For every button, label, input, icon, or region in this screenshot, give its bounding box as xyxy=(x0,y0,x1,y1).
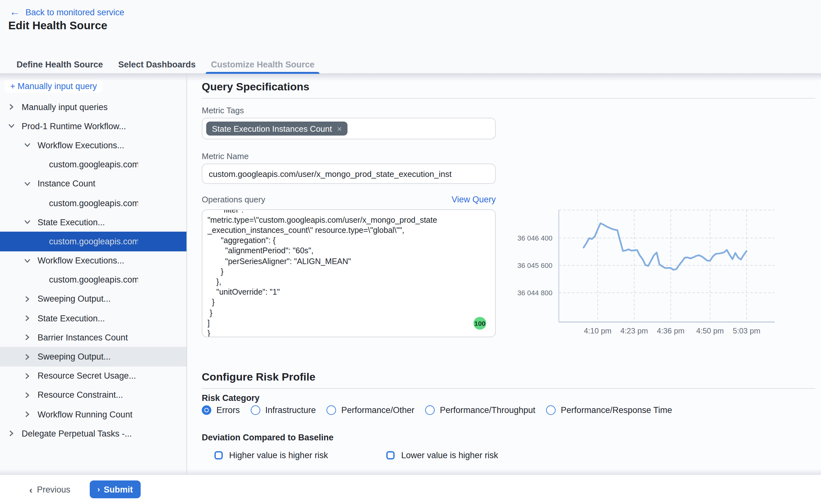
risk-category-option-label: Performance/Response Time xyxy=(561,405,672,415)
main-panel: Query Specifications Metric Tags State E… xyxy=(187,74,821,475)
chevron-right-icon xyxy=(24,353,31,360)
remove-tag-icon[interactable]: × xyxy=(337,124,342,133)
tree-item[interactable]: Resource Secret Usage... xyxy=(0,366,186,385)
tree-item-label: Manually input queries xyxy=(22,102,108,112)
operations-query-label: Operations query xyxy=(202,195,265,204)
svg-text:4:50 pm: 4:50 pm xyxy=(696,326,724,335)
add-query-label: + Manually input query xyxy=(10,81,97,91)
stage: ← Back to monitored service Edit Health … xyxy=(0,0,821,504)
chevron-right-icon xyxy=(24,392,31,398)
metric-tree: Manually input queriesProd-1 Runtime Wor… xyxy=(0,97,186,443)
metric-tag-chip[interactable]: State Execution Instances Count × xyxy=(206,122,347,136)
tree-item[interactable]: State Execution... xyxy=(0,309,186,328)
section-title-risk-profile: Configure Risk Profile xyxy=(202,371,315,384)
chevron-left-icon: ‹ xyxy=(29,484,32,495)
risk-category-option-performance-other[interactable]: Performance/Other xyxy=(327,405,415,415)
deviation-option-lower-value-is-higher-risk[interactable]: Lower value is higher risk xyxy=(387,451,498,460)
tree-item-label: Prod-1 Runtime Workflow... xyxy=(22,122,126,131)
view-query-link[interactable]: View Query xyxy=(452,195,496,204)
tree-item-label: custom.googleapis.com xyxy=(49,237,138,246)
submit-button-label: Submit xyxy=(104,485,133,494)
section-title-query-specifications: Query Specifications xyxy=(202,81,309,94)
svg-text:4:23 pm: 4:23 pm xyxy=(621,326,648,335)
radio-unselected-icon[interactable] xyxy=(425,405,435,415)
tree-item-label: custom.googleapis.com xyxy=(49,198,138,208)
risk-category-option-label: Infrastructure xyxy=(265,405,316,415)
tree-item-label: Delegate Perpetual Tasks -... xyxy=(22,429,132,438)
chevron-down-icon xyxy=(24,257,31,264)
tree-item[interactable]: Prod-1 Runtime Workflow... xyxy=(0,116,186,136)
tree-item[interactable]: Resource Constraint... xyxy=(0,386,186,405)
tree-item[interactable]: Instance Count xyxy=(0,174,186,193)
radio-unselected-icon[interactable] xyxy=(251,405,260,415)
tree-item[interactable]: Delegate Perpetual Tasks -... xyxy=(0,424,186,443)
radio-unselected-icon[interactable] xyxy=(327,405,336,415)
tab-define-health-source[interactable]: Define Health Source xyxy=(15,56,104,73)
operations-query-editor[interactable]: "filter": "metric.type=\"custom.googleap… xyxy=(202,209,496,337)
tree-item-label: Sweeping Output... xyxy=(38,352,111,361)
deviation-options-group: Higher value is higher riskLower value i… xyxy=(214,451,498,460)
operations-query-row: Operations query View Query xyxy=(202,195,496,204)
edit-health-source-screen: ← Back to monitored service Edit Health … xyxy=(0,0,821,504)
chevron-right-icon xyxy=(24,315,31,321)
section-divider xyxy=(202,98,815,99)
metric-tags-input[interactable]: State Execution Instances Count × xyxy=(202,118,496,139)
chevron-down-icon xyxy=(24,181,31,187)
chevron-right-icon xyxy=(24,296,31,302)
risk-category-option-label: Errors xyxy=(216,405,240,415)
submit-button[interactable]: › Submit xyxy=(90,480,141,498)
svg-text:5:03 pm: 5:03 pm xyxy=(733,326,761,335)
risk-category-option-errors[interactable]: Errors xyxy=(202,405,240,415)
checkbox-icon[interactable] xyxy=(214,451,223,459)
svg-text:36 044 800: 36 044 800 xyxy=(517,289,552,297)
checkbox-icon[interactable] xyxy=(387,451,395,459)
tree-item[interactable]: Workflow Running Count xyxy=(0,405,186,424)
radio-unselected-icon[interactable] xyxy=(546,405,556,415)
tree-item[interactable]: custom.googleapis.com xyxy=(0,155,186,174)
previous-button-label: Previous xyxy=(37,485,70,494)
svg-text:36 045 600: 36 045 600 xyxy=(517,262,552,269)
tree-item-label: Resource Secret Usage... xyxy=(38,371,136,381)
chevron-right-icon xyxy=(24,411,31,417)
tree-item[interactable]: Sweeping Output... xyxy=(0,347,186,366)
chevron-right-icon xyxy=(8,104,15,110)
tree-item-label: Resource Constraint... xyxy=(38,390,123,400)
tree-item-label: Barrier Instances Count xyxy=(38,333,128,342)
sidebar: + Manually input query Manually input qu… xyxy=(0,74,186,475)
deviation-label: Deviation Compared to Baseline xyxy=(202,433,333,442)
previous-button[interactable]: ‹ Previous xyxy=(29,475,70,504)
tree-item-label: State Execution... xyxy=(38,217,105,227)
tab-customize-health-source[interactable]: Customize Health Source xyxy=(210,56,316,73)
chevron-right-icon xyxy=(8,431,15,437)
chevron-down-icon xyxy=(8,123,15,129)
metric-name-label: Metric Name xyxy=(202,151,249,161)
tree-item[interactable]: custom.googleapis.com xyxy=(0,232,186,251)
tree-item[interactable]: Barrier Instances Count xyxy=(0,328,186,347)
risk-category-option-infrastructure[interactable]: Infrastructure xyxy=(251,405,316,415)
tree-item[interactable]: custom.googleapis.com xyxy=(0,193,186,213)
svg-text:36 046 400: 36 046 400 xyxy=(517,234,552,242)
tree-item-label: Sweeping Output... xyxy=(38,294,111,304)
tree-item-label: Workflow Executions... xyxy=(38,256,124,265)
tree-item-label: Workflow Executions... xyxy=(38,141,124,150)
tree-item[interactable]: Sweeping Output... xyxy=(0,290,186,309)
tree-item[interactable]: custom.googleapis.com xyxy=(0,270,186,289)
risk-category-option-performance-throughput[interactable]: Performance/Throughput xyxy=(425,405,535,415)
risk-category-group: ErrorsInfrastructurePerformance/OtherPer… xyxy=(202,405,672,415)
radio-selected-icon[interactable] xyxy=(202,405,211,415)
tree-item[interactable]: State Execution... xyxy=(0,213,186,232)
deviation-option-label: Higher value is higher risk xyxy=(229,451,328,460)
records-count-badge: 100 xyxy=(474,317,486,330)
tree-item[interactable]: Manually input queries xyxy=(0,97,186,116)
chevron-down-icon xyxy=(24,219,31,225)
back-link-label: Back to monitored service xyxy=(25,7,124,17)
tree-item[interactable]: Workflow Executions... xyxy=(0,136,186,155)
tree-item[interactable]: Workflow Executions... xyxy=(0,251,186,270)
risk-category-option-performance-response-time[interactable]: Performance/Response Time xyxy=(546,405,672,415)
deviation-option-higher-value-is-higher-risk[interactable]: Higher value is higher risk xyxy=(214,451,328,460)
tab-select-dashboards[interactable]: Select Dashboards xyxy=(117,56,197,73)
add-query-button[interactable]: + Manually input query xyxy=(4,80,102,93)
metric-name-input[interactable] xyxy=(202,164,496,184)
operations-query-code: "filter": "metric.type=\"custom.googleap… xyxy=(207,209,490,337)
back-link[interactable]: ← Back to monitored service xyxy=(10,7,124,17)
